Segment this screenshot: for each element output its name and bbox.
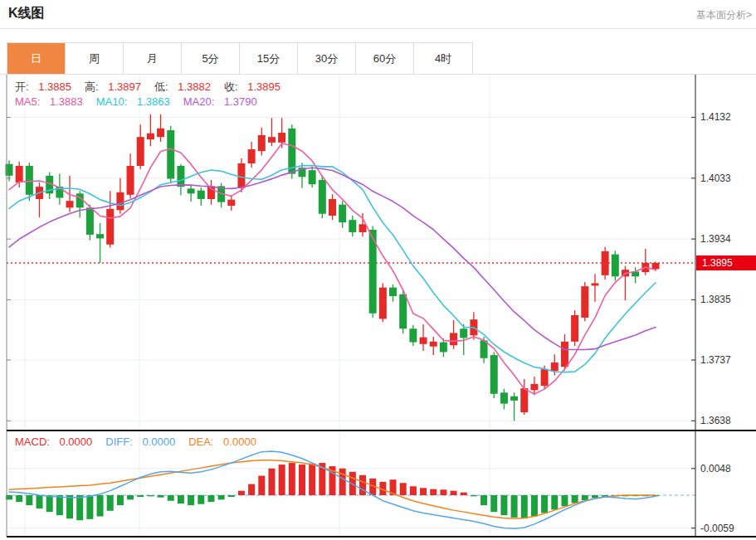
candle — [96, 234, 104, 238]
tab-5分[interactable]: 5分 — [182, 43, 240, 75]
tab-日[interactable]: 日 — [7, 43, 66, 75]
candle — [177, 166, 184, 187]
macd-bar — [359, 475, 366, 495]
macd-bar — [86, 495, 93, 519]
macd-bar — [56, 495, 63, 515]
legend-item: MACD: 0.0000 — [15, 435, 99, 448]
tab-月[interactable]: 月 — [124, 43, 182, 75]
macd-bar — [572, 495, 578, 503]
tab-周[interactable]: 周 — [66, 43, 124, 75]
macd-legend: MACD: 0.0000DIFF: 0.0000DEA: 0.0000 — [15, 435, 270, 448]
y-axis-label: 1.4033 — [700, 172, 731, 185]
macd-bar — [66, 495, 73, 518]
candle — [541, 369, 549, 386]
macd-bar — [238, 491, 245, 495]
legend-item: MA5: 1.3883 — [15, 95, 90, 108]
macd-bar — [289, 463, 295, 495]
macd-bar — [410, 486, 417, 495]
fundamental-analysis-link[interactable]: 基本面分析> — [696, 8, 752, 22]
candle — [329, 199, 336, 216]
candle — [248, 149, 256, 163]
candle — [420, 338, 427, 344]
ohlc-legend: 开: 1.3885高: 1.3897低: 1.3882收: 1.3895 — [15, 80, 294, 95]
macd-bar — [26, 495, 32, 505]
macd-bar — [511, 495, 518, 518]
macd-bar — [480, 495, 487, 505]
legend-item: 收: 1.3895 — [224, 80, 287, 93]
macd-bar — [117, 495, 124, 505]
candle — [450, 333, 457, 345]
candle — [520, 388, 528, 412]
candle — [137, 137, 144, 166]
macd-bar — [531, 495, 538, 517]
macd-bar — [521, 495, 528, 518]
macd-bar — [268, 469, 275, 495]
macd-bar — [188, 495, 194, 505]
macd-bar — [137, 495, 144, 497]
y-axis-label: 1.3638 — [700, 414, 731, 427]
y-axis-label: 1.3934 — [700, 232, 731, 246]
candle — [237, 163, 245, 188]
macd-bar — [37, 495, 43, 508]
legend-item: 低: 1.3882 — [154, 80, 217, 93]
candle — [106, 209, 114, 245]
macd-bar — [309, 464, 315, 495]
macd-bar — [461, 493, 467, 495]
tab-15分[interactable]: 15分 — [240, 43, 298, 75]
page-title: K线图 — [8, 5, 45, 22]
candle — [188, 188, 195, 193]
candle — [379, 288, 387, 319]
macd-bar — [198, 495, 204, 504]
candle — [612, 255, 619, 277]
legend-item: 高: 1.3897 — [85, 80, 148, 93]
macd-bar — [76, 495, 83, 520]
macd-bar — [400, 483, 407, 495]
macd-bar — [420, 488, 427, 495]
last-price-badge: 1.3895 — [696, 255, 756, 270]
candle — [551, 362, 558, 371]
legend-item: 开: 1.3885 — [15, 80, 78, 93]
candle — [339, 205, 346, 222]
y-axis-label: 1.3835 — [700, 293, 731, 306]
macd-bar — [561, 495, 568, 506]
y-axis-label: 1.3737 — [700, 353, 731, 367]
macd-bar — [97, 495, 104, 517]
macd-bar — [541, 495, 548, 513]
macd-bar — [490, 495, 497, 512]
tab-60分[interactable]: 60分 — [356, 43, 414, 75]
macd-bar — [147, 495, 154, 496]
candle — [198, 191, 205, 199]
macd-bar — [228, 495, 235, 497]
macd-bar — [46, 495, 53, 512]
macd-bar — [168, 495, 174, 501]
candle — [591, 283, 598, 285]
candle — [510, 396, 518, 401]
macd-bar — [16, 495, 22, 502]
macd-bar — [430, 489, 437, 495]
y-axis-label: -0.0059 — [700, 522, 734, 535]
candle — [116, 192, 124, 210]
macd-bar — [127, 495, 134, 499]
legend-item: DIFF: 0.0000 — [105, 435, 182, 448]
candle — [530, 384, 538, 390]
candle — [127, 166, 134, 195]
macd-bar — [207, 495, 214, 502]
kline-page: K线图 基本面分析> 日周月5分15分30分60分4时 开: 1.3885高: … — [0, 0, 756, 540]
y-axis-label: 1.4132 — [700, 110, 731, 124]
candle — [399, 294, 407, 328]
period-tabbar: 日周月5分15分30分60分4时 — [7, 42, 473, 74]
candle — [258, 135, 266, 151]
tab-4时[interactable]: 4时 — [414, 43, 472, 75]
y-axis-label: 0.0048 — [700, 462, 731, 475]
macd-bar — [158, 495, 164, 498]
candle — [319, 180, 326, 214]
macd-bar — [258, 476, 265, 495]
candle — [460, 328, 467, 338]
tab-30分[interactable]: 30分 — [298, 43, 356, 75]
macd-bar — [178, 495, 184, 504]
candle — [389, 288, 397, 296]
macd-bar — [451, 491, 457, 495]
candle — [309, 170, 316, 184]
tabbar-underline — [0, 74, 756, 75]
candle — [500, 392, 508, 403]
